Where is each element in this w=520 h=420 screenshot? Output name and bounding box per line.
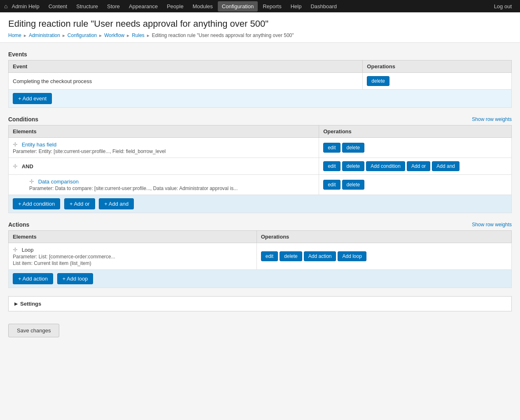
add-and-button[interactable]: + Add and <box>99 198 134 209</box>
loop-param-2: List item: Current list item (list_item) <box>13 260 252 266</box>
actions-add-row: + Add action + Add loop <box>9 270 512 288</box>
logout-button[interactable]: Log out <box>490 1 516 12</box>
page-title: Editing reaction rule "User needs approv… <box>8 19 512 29</box>
conditions-table: Elements Operations ✛ Entity has field P… <box>8 125 512 213</box>
nav-configuration[interactable]: Configuration <box>218 1 258 12</box>
page-header: Editing reaction rule "User needs approv… <box>0 12 520 43</box>
conditions-add-row: + Add condition + Add or + Add and <box>9 195 512 213</box>
event-row: Completing the checkout process delete <box>9 73 512 90</box>
and-label: AND <box>22 163 33 169</box>
add-event-button[interactable]: + Add event <box>13 93 52 104</box>
conditions-show-row-weights[interactable]: Show row weights <box>472 116 512 122</box>
settings-arrow-icon: ▶ <box>14 302 18 306</box>
save-area: Save changes <box>8 320 512 341</box>
and-add-condition-button[interactable]: Add condition <box>366 161 405 171</box>
event-delete-button[interactable]: delete <box>367 76 389 86</box>
add-action-button[interactable]: + Add action <box>13 273 53 284</box>
nav-content[interactable]: Content <box>44 1 72 12</box>
main-content: Events Event Operations Completing the c… <box>0 43 520 350</box>
loop-edit-button[interactable]: edit <box>261 251 278 261</box>
breadcrumb-administration[interactable]: Administration <box>29 32 60 38</box>
and-add-or-button[interactable]: Add or <box>407 161 430 171</box>
loop-param-1: Parameter: List: [commerce-order:commerc… <box>13 254 252 260</box>
breadcrumb-home[interactable]: Home <box>8 32 21 38</box>
and-add-and-button[interactable]: Add and <box>432 161 459 171</box>
events-table: Event Operations Completing the checkout… <box>8 60 512 108</box>
events-section: Events Event Operations Completing the c… <box>8 51 512 108</box>
loop-label: Loop <box>22 247 34 253</box>
breadcrumb-current: Editing reaction rule "User needs approv… <box>152 32 294 38</box>
settings-label: Settings <box>20 301 41 307</box>
condition-and-cell: ✛ AND <box>9 158 319 175</box>
loop-add-action-button[interactable]: Add action <box>304 251 336 261</box>
breadcrumb-configuration[interactable]: Configuration <box>68 32 97 38</box>
add-loop-button[interactable]: + Add loop <box>57 273 93 284</box>
condition-data-comparison-ops: edit delete <box>319 175 512 195</box>
save-changes-button[interactable]: Save changes <box>8 324 59 337</box>
nav-modules[interactable]: Modules <box>189 1 217 12</box>
events-add-row: + Add event <box>9 90 512 108</box>
loop-add-loop-button[interactable]: Add loop <box>338 251 366 261</box>
actions-show-row-weights[interactable]: Show row weights <box>472 222 512 227</box>
add-or-button[interactable]: + Add or <box>64 198 95 209</box>
entity-delete-button[interactable]: delete <box>342 143 365 153</box>
events-add-cell: + Add event <box>9 90 512 108</box>
breadcrumb-sep-5: ► <box>146 33 150 38</box>
condition-entity-cell: ✛ Entity has field Parameter: Entity: [s… <box>9 138 319 158</box>
loop-delete-button[interactable]: delete <box>280 251 302 261</box>
drag-handle-and[interactable]: ✛ <box>13 163 18 169</box>
event-ops: delete <box>363 73 512 90</box>
action-loop-row: ✛ Loop Parameter: List: [commerce-order:… <box>9 243 512 270</box>
breadcrumb-sep-1: ► <box>23 33 27 38</box>
conditions-section-header: Conditions Show row weights <box>8 116 512 123</box>
data-comparison-param: Parameter: Data to compare: [site:curren… <box>29 186 315 191</box>
conditions-col-ops: Operations <box>319 125 512 138</box>
drag-handle-entity[interactable]: ✛ <box>13 141 18 148</box>
conditions-section: Conditions Show row weights Elements Ope… <box>8 116 512 213</box>
data-comparison-link[interactable]: Data comparison <box>38 179 79 185</box>
and-delete-button[interactable]: delete <box>342 161 365 171</box>
conditions-add-cell: + Add condition + Add or + Add and <box>9 195 512 213</box>
breadcrumb-rules[interactable]: Rules <box>132 32 145 38</box>
top-navigation: ⌂ Admin Help Content Structure Store App… <box>0 0 520 12</box>
nav-items: Admin Help Content Structure Store Appea… <box>7 1 490 12</box>
settings-section: ▶ Settings <box>8 296 512 311</box>
action-loop-ops: edit delete Add action Add loop <box>257 243 511 270</box>
actions-title: Actions <box>8 221 29 228</box>
nav-dashboard[interactable]: Dashboard <box>306 1 341 12</box>
nav-people[interactable]: People <box>163 1 187 12</box>
actions-col-elements: Elements <box>9 231 257 243</box>
condition-data-comparison-row: ✛ Data comparison Parameter: Data to com… <box>9 175 512 195</box>
nav-store[interactable]: Store <box>103 1 124 12</box>
and-edit-button[interactable]: edit <box>323 161 340 171</box>
add-condition-button[interactable]: + Add condition <box>13 198 60 209</box>
breadcrumb-sep-2: ► <box>62 33 66 38</box>
nav-appearance[interactable]: Appearance <box>125 1 162 12</box>
home-icon[interactable]: ⌂ <box>4 3 7 9</box>
entity-edit-button[interactable]: edit <box>323 143 340 153</box>
condition-entity-row: ✛ Entity has field Parameter: Entity: [s… <box>9 138 512 158</box>
breadcrumb: Home ► Administration ► Configuration ► … <box>8 32 512 38</box>
drag-handle-loop[interactable]: ✛ <box>13 246 18 253</box>
data-comparison-edit-button[interactable]: edit <box>323 180 340 190</box>
nav-admin-help[interactable]: Admin Help <box>7 1 43 12</box>
condition-and-ops: edit delete Add condition Add or Add and <box>319 158 512 175</box>
action-loop-cell: ✛ Loop Parameter: List: [commerce-order:… <box>9 243 257 270</box>
entity-has-field-link[interactable]: Entity has field <box>22 142 57 148</box>
settings-header[interactable]: ▶ Settings <box>9 297 511 311</box>
breadcrumb-sep-3: ► <box>98 33 103 38</box>
data-comparison-delete-button[interactable]: delete <box>342 180 365 190</box>
condition-and-row: ✛ AND edit delete Add condition Add or A… <box>9 158 512 175</box>
conditions-col-elements: Elements <box>9 125 319 138</box>
nav-reports[interactable]: Reports <box>259 1 286 12</box>
events-title: Events <box>8 51 27 58</box>
nav-help[interactable]: Help <box>287 1 306 12</box>
nav-structure[interactable]: Structure <box>72 1 102 12</box>
events-col-event: Event <box>9 60 363 73</box>
actions-table: Elements Operations ✛ Loop Parameter: Li… <box>8 230 512 288</box>
event-name: Completing the checkout process <box>9 73 363 90</box>
breadcrumb-workflow[interactable]: Workflow <box>104 32 124 38</box>
drag-handle-data-comparison[interactable]: ✛ <box>29 178 34 185</box>
events-section-header: Events <box>8 51 512 58</box>
entity-has-field-param: Parameter: Entity: [site:current-user:pr… <box>13 149 315 154</box>
